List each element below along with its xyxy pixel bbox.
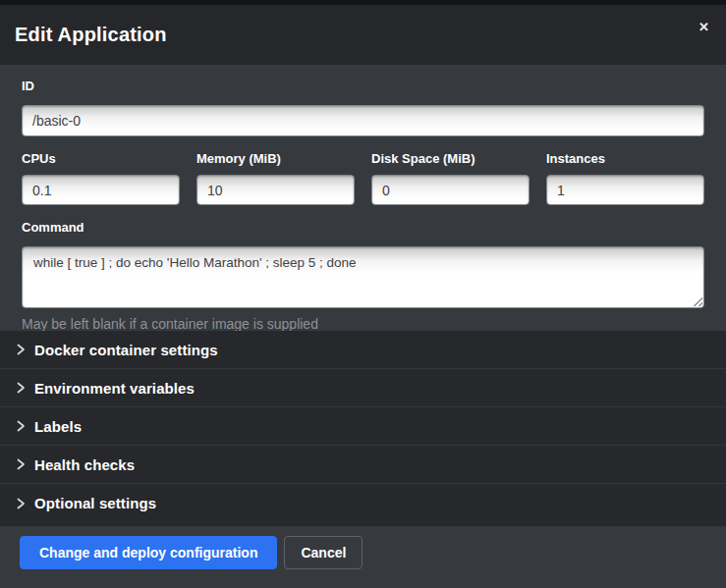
collapsible-sections: Docker container settings Environment va… bbox=[0, 331, 726, 526]
command-label: Command bbox=[22, 221, 704, 235]
section-label: Docker container settings bbox=[34, 342, 218, 358]
section-docker-container-settings[interactable]: Docker container settings bbox=[0, 331, 726, 369]
section-optional-settings[interactable]: Optional settings bbox=[0, 484, 726, 522]
section-label: Health checks bbox=[34, 456, 135, 473]
memory-field-group: Memory (MiB) bbox=[196, 152, 355, 205]
chevron-right-icon bbox=[16, 344, 26, 355]
id-label: ID bbox=[22, 80, 704, 93]
command-textarea[interactable]: while [ true ] ; do echo 'Hello Marathon… bbox=[22, 246, 704, 308]
instances-input[interactable] bbox=[546, 175, 704, 205]
cpus-field-group: CPUs bbox=[22, 152, 180, 205]
command-field-group: Command while [ true ] ; do echo 'Hello … bbox=[22, 221, 704, 331]
chevron-right-icon bbox=[16, 420, 26, 432]
instances-field-group: Instances bbox=[546, 152, 704, 205]
command-help-text: May be left blank if a container image i… bbox=[22, 315, 704, 331]
section-label: Environment variables bbox=[34, 380, 195, 397]
application-form: ID CPUs Memory (MiB) Disk Space (MiB) In… bbox=[0, 65, 726, 331]
memory-input[interactable] bbox=[196, 175, 355, 205]
disk-space-input[interactable] bbox=[371, 175, 530, 205]
chevron-right-icon bbox=[16, 382, 26, 394]
chevron-right-icon bbox=[16, 498, 26, 509]
resource-fields-row: CPUs Memory (MiB) Disk Space (MiB) Insta… bbox=[22, 152, 704, 205]
section-label: Optional settings bbox=[34, 495, 156, 511]
id-input[interactable] bbox=[22, 105, 704, 136]
close-icon[interactable]: ✕ bbox=[696, 18, 712, 36]
section-labels[interactable]: Labels bbox=[0, 407, 726, 446]
memory-label: Memory (MiB) bbox=[196, 152, 355, 166]
section-environment-variables[interactable]: Environment variables bbox=[0, 369, 726, 407]
disk-space-field-group: Disk Space (MiB) bbox=[371, 152, 530, 205]
edit-application-modal: Edit Application ✕ ID CPUs Memory (MiB) … bbox=[0, 0, 726, 588]
modal-footer: Change and deploy configuration Cancel bbox=[0, 526, 726, 588]
section-health-checks[interactable]: Health checks bbox=[0, 446, 726, 484]
disk-space-label: Disk Space (MiB) bbox=[371, 152, 530, 166]
change-and-deploy-button[interactable]: Change and deploy configuration bbox=[20, 536, 277, 569]
cancel-button[interactable]: Cancel bbox=[284, 536, 363, 569]
modal-header: Edit Application ✕ bbox=[0, 5, 726, 65]
modal-title: Edit Application bbox=[15, 24, 167, 46]
cpus-label: CPUs bbox=[22, 152, 180, 166]
instances-label: Instances bbox=[546, 152, 704, 166]
chevron-right-icon bbox=[16, 458, 26, 470]
id-field-group: ID bbox=[22, 80, 704, 136]
cpus-input[interactable] bbox=[22, 175, 180, 205]
section-label: Labels bbox=[34, 418, 82, 435]
